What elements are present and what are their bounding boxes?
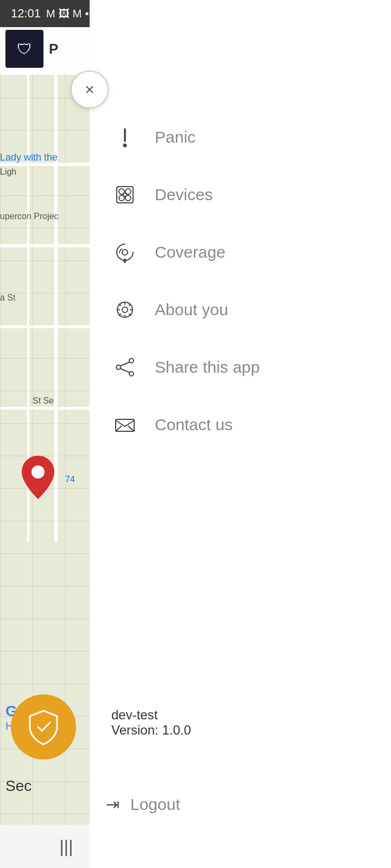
map-marker [22,456,54,501]
contact-us-icon [111,411,138,438]
map-pin-icon [22,456,54,499]
svg-point-15 [129,372,134,376]
version-number: Version: 1.0.0 [111,723,191,738]
close-button[interactable]: × [71,71,109,108]
share-app-icon [111,354,138,381]
menu-list: Panic Devices [90,108,391,454]
app-logo: 🛡 [5,30,43,68]
status-icons: M 🖼 M • [46,8,89,20]
share-svg-icon [114,356,136,378]
svg-line-21 [128,426,134,431]
svg-line-20 [116,426,122,431]
gallery-icon: 🖼 [59,8,70,20]
map-label-ligh: Ligh [0,167,90,177]
svg-line-18 [121,369,130,373]
devices-svg-icon [114,184,136,206]
about-you-label: About you [155,301,228,319]
version-info: dev-test Version: 1.0.0 [111,707,191,738]
app-header-title: P [49,41,58,58]
devices-icon [111,181,138,208]
devices-label: Devices [155,186,213,204]
menu-item-coverage[interactable]: Coverage [90,224,391,281]
logout-button[interactable]: ⇥ Logout [106,795,180,814]
svg-point-0 [31,465,45,478]
menu-item-devices[interactable]: Devices [90,166,391,224]
coverage-icon [111,239,138,266]
svg-rect-3 [117,187,133,203]
menu-item-about-you[interactable]: About you [90,281,391,339]
logout-icon: ⇥ [106,795,119,814]
sec-label: Sec [5,777,31,795]
svg-point-11 [124,259,126,261]
coverage-label: Coverage [155,243,225,261]
app-header: 🛡 P [0,27,90,71]
menu-item-panic[interactable]: Panic [90,108,391,166]
svg-point-13 [122,307,128,312]
svg-point-16 [116,365,121,369]
shield-icon [27,708,60,746]
version-env: dev-test [111,707,191,723]
panic-label: Panic [155,128,195,146]
gmail2-icon: M [73,8,82,20]
status-bar-left: 12:01 M 🖼 M • [11,7,89,21]
svg-line-17 [121,362,130,366]
exclamation-icon [114,126,136,148]
map-label-a-st: a St [0,293,90,303]
map-label-74: 74 [65,475,75,484]
settings-svg-icon [114,299,136,321]
drawer-panel: × Panic [90,0,391,868]
share-app-label: Share this app [155,358,260,376]
menu-item-share-app[interactable]: Share this app [90,339,391,396]
gmail-icon: M [46,8,55,20]
status-time: 12:01 [11,7,41,21]
svg-point-2 [124,144,127,147]
contact-svg-icon [114,414,136,436]
logout-label: Logout [130,795,180,814]
menu-item-contact-us[interactable]: Contact us [90,396,391,454]
map-label-lady: Lady with the [0,152,90,163]
svg-point-9 [122,250,128,255]
about-you-icon [111,296,138,323]
map-label-supercon: upercon Projec [0,212,90,221]
panic-icon [111,124,138,151]
contact-us-label: Contact us [155,416,232,434]
map-label-st-se: St Se [33,396,87,406]
security-button[interactable] [11,694,76,760]
svg-point-8 [123,193,127,196]
nav-recents-icon[interactable]: ||| [60,837,73,857]
close-icon: × [85,80,94,99]
svg-point-14 [129,359,134,363]
dot-indicator: • [85,8,89,20]
coverage-svg-icon [114,241,136,263]
